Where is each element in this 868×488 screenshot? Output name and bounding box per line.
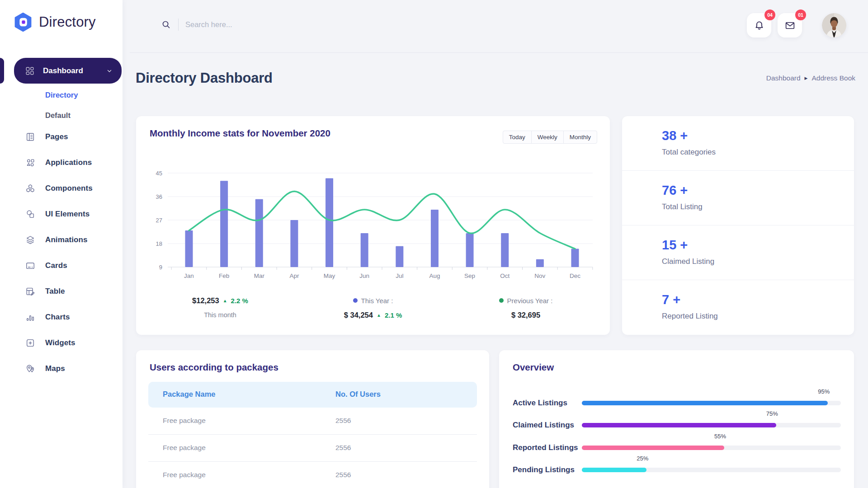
table-row: Free package 2556 [148,462,477,488]
applications-icon [25,158,35,168]
mail-icon [784,20,796,31]
total-stat-value: 7 + [662,292,680,307]
total-stat-label: Reported Listing [662,312,718,321]
sidebar-item-dashboard[interactable]: Dashboard [14,58,122,84]
cards-icon [25,261,35,271]
sidebar-subitem-default[interactable]: Default [45,105,78,126]
overview-percent: 55% [714,433,726,440]
svg-text:Nov: Nov [534,272,545,279]
sidebar-items: PagesApplicationsComponentsUI ElementsAn… [0,124,123,381]
sidebar-item-components[interactable]: Components [0,175,123,201]
package-name-cell: Free package [163,417,206,425]
total-stat-row: 76 + Total Listing [622,171,854,225]
sidebar: Directory DashboardDirectoryDefaultPages… [0,0,123,488]
column-header-no-of-users: No. Of Users [335,390,381,399]
breadcrumb-separator-icon: ▶ [805,76,808,80]
month-stat-delta: 2.2 % [231,297,248,305]
sidebar-item-widgets[interactable]: Widgets [0,330,123,356]
breadcrumb-parent[interactable]: Dashboard [766,74,801,82]
overview-row: Active Listings 95% [499,392,854,414]
search-divider [178,19,179,31]
package-name-cell: Free package [163,471,206,479]
packages-table-header: Package NameNo. Of Users [148,382,477,408]
users-count-cell: 2556 [335,471,351,479]
total-stat-row: 15 + Claimed Listing [622,225,854,280]
sidebar-submenu: DirectoryDefault [45,85,78,126]
overview-card: Overview Active Listings 95% Claimed Lis… [499,350,854,488]
svg-text:Aug: Aug [429,272,440,279]
breadcrumb-current: Address Book [812,74,856,82]
notifications-button[interactable]: 04 [747,13,771,38]
ui-elements-icon [25,209,35,219]
dashboard-icon [25,66,35,76]
svg-text:45: 45 [156,170,162,177]
messages-button[interactable]: 01 [778,13,802,38]
search-icon [161,19,171,30]
month-stat: $12,253 ▲ 2.2 % This month [152,296,288,319]
svg-text:Mar: Mar [254,272,265,279]
progress-fill [582,401,828,405]
svg-text:18: 18 [156,240,162,247]
animations-icon [25,235,35,245]
sidebar-item-ui-elements[interactable]: UI Elements [0,201,123,227]
range-monthly-button[interactable]: Monthly [563,131,597,144]
svg-text:May: May [324,272,335,279]
chevron-down-icon [106,68,113,74]
totals-card: 38 + Total categories 76 + Total Listing… [622,116,854,335]
users-count-cell: 2556 [335,417,351,425]
overview-label: Reported Listings [513,443,578,452]
table-icon [25,286,35,296]
components-icon [25,183,35,193]
global-search [161,19,335,31]
svg-text:Jul: Jul [396,272,403,279]
range-weekly-button[interactable]: Weekly [531,131,564,144]
progress-track [582,423,841,427]
maps-icon [25,364,35,374]
previous-year-label: Previous Year : [507,297,553,305]
sidebar-item-maps[interactable]: Maps [0,356,123,381]
brand-logo[interactable]: Directory [13,12,96,33]
widgets-icon [25,338,35,348]
overview-label: Claimed Listings [513,421,574,430]
range-toggle: TodayWeeklyMonthly [503,131,597,144]
sidebar-item-applications[interactable]: Applications [0,150,123,175]
svg-text:Sep: Sep [464,272,475,279]
active-nav-indicator [0,58,4,84]
user-avatar[interactable] [822,13,846,38]
sidebar-item-charts[interactable]: Charts [0,304,123,330]
previous-year-value: $ 32,695 [511,311,540,319]
this-year-stat: This Year : $ 34,254 ▲ 2.1 % [305,296,441,319]
month-stat-label: This month [152,311,288,319]
sidebar-subitem-directory[interactable]: Directory [45,85,78,105]
column-header-package-name: Package Name [163,390,216,399]
previous-year-dot [499,298,504,303]
sidebar-item-animations[interactable]: Animations [0,227,123,253]
this-year-delta: 2.1 % [385,311,402,319]
overview-row: Reported Listings 55% [499,437,854,459]
sidebar-item-table[interactable]: Table [0,278,123,304]
sidebar-item-cards[interactable]: Cards [0,253,123,278]
pages-icon [25,132,35,142]
brand-name: Directory [39,14,96,30]
svg-text:Feb: Feb [219,272,229,279]
progress-fill [582,423,776,427]
progress-track [582,468,841,472]
total-stat-label: Total categories [662,148,716,157]
svg-text:Jun: Jun [359,272,369,279]
total-stat-value: 38 + [662,128,688,143]
total-stat-value: 15 + [662,238,688,253]
mail-badge: 01 [795,9,806,20]
search-input[interactable] [185,20,335,29]
table-row: Free package 2556 [148,408,477,435]
breadcrumb: Dashboard ▶ Address Book [766,74,855,82]
up-arrow-icon: ▲ [377,313,381,318]
overview-card-title: Overview [513,362,554,373]
progress-track [582,446,841,450]
svg-text:Dec: Dec [570,272,580,279]
overview-label: Active Listings [513,399,567,408]
range-today-button[interactable]: Today [503,131,532,144]
sidebar-item-pages[interactable]: Pages [0,124,123,150]
packages-table-body: Free package 2556 Free package 2556 Free… [148,408,477,488]
svg-text:36: 36 [156,193,162,200]
total-stat-row: 7 + Reported Listing [622,280,854,335]
